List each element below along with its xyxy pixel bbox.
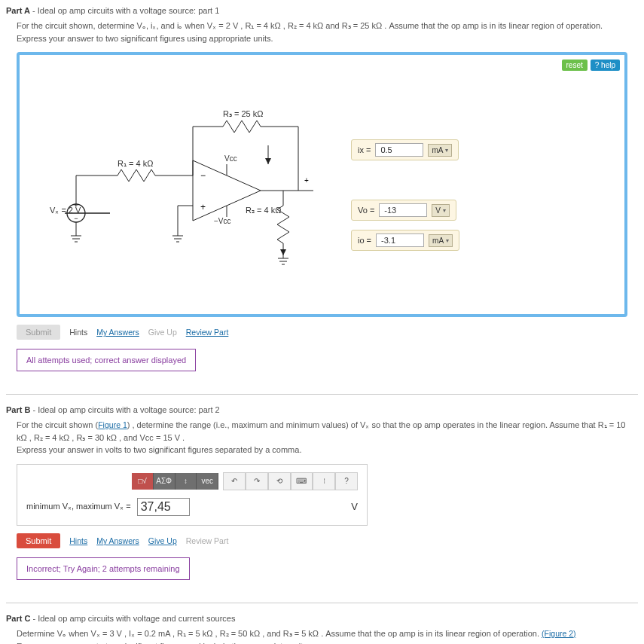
part-c-title: Part C bbox=[6, 614, 30, 623]
part-a-title: Part A bbox=[6, 6, 30, 15]
review-link-a[interactable]: Review Part bbox=[186, 328, 229, 337]
input-unit-b: V bbox=[351, 501, 358, 512]
tb-btn-b-9[interactable]: ? bbox=[335, 472, 358, 490]
part-c-subtitle: - Ideal op amp circuits with voltage and… bbox=[32, 614, 235, 623]
part-b-title: Part B bbox=[6, 405, 30, 414]
vo-unit[interactable]: V bbox=[432, 204, 450, 217]
status-b: Incorrect; Try Again; 2 attempts remaini… bbox=[17, 557, 190, 580]
ix-unit[interactable]: mA bbox=[428, 144, 452, 157]
svg-text:−: − bbox=[74, 215, 78, 222]
circuit-diagram: + − − + bbox=[42, 85, 328, 281]
part-c-header: Part C - Ideal op amp circuits with volt… bbox=[6, 614, 638, 623]
input-panel-b: □√ ΑΣΦ ↕ vec ↶ ↷ ⟲ ⌨ ⁝ ? minimum Vₓ, max… bbox=[17, 464, 368, 526]
part-a: Part A - Ideal op amp circuits with a vo… bbox=[6, 6, 638, 376]
part-b-actions: Submit Hints My Answers Give Up Review P… bbox=[17, 533, 627, 548]
vo-label: Vo = bbox=[358, 206, 374, 215]
toolbar-b: □√ ΑΣΦ ↕ vec ↶ ↷ ⟲ ⌨ ⁝ ? bbox=[132, 472, 358, 490]
label-r3: R₃ = 25 kΩ bbox=[223, 109, 264, 119]
submit-button-b[interactable]: Submit bbox=[17, 533, 60, 548]
help-button[interactable]: help bbox=[591, 60, 620, 71]
part-a-subtitle: - Ideal op amp circuits with a voltage s… bbox=[32, 6, 219, 15]
status-a: All attempts used; correct answer displa… bbox=[17, 349, 196, 371]
label-vx: Vₓ = 2 V bbox=[50, 206, 81, 215]
tb-btn-b-4[interactable]: ↶ bbox=[223, 472, 246, 490]
part-a-desc: For the circuit shown, determine Vₒ, iₓ,… bbox=[17, 20, 638, 32]
tb-btn-b-8[interactable]: ⁝ bbox=[313, 472, 335, 490]
ix-value[interactable]: 0.5 bbox=[375, 143, 423, 157]
part-a-header: Part A - Ideal op amp circuits with a vo… bbox=[6, 6, 638, 15]
tb-btn-b-3[interactable]: vec bbox=[197, 473, 218, 490]
io-unit[interactable]: mA bbox=[429, 234, 453, 247]
answer-vo: Vo = -13 V bbox=[351, 200, 456, 221]
tb-btn-b-6[interactable]: ⟲ bbox=[268, 472, 291, 490]
ix-label: ix = bbox=[358, 145, 371, 154]
svg-text:+: + bbox=[200, 202, 206, 212]
vo-value[interactable]: -13 bbox=[379, 203, 427, 217]
input-value-b[interactable]: 37,45 bbox=[137, 498, 190, 516]
svg-text:−: − bbox=[200, 170, 206, 181]
tb-btn-b-7[interactable]: ⌨ bbox=[291, 472, 313, 490]
submit-button-a: Submit bbox=[17, 325, 60, 340]
my-answers-link-b[interactable]: My Answers bbox=[96, 536, 139, 545]
my-answers-link-a[interactable]: My Answers bbox=[96, 328, 139, 337]
part-b: Part B - Ideal op amp circuits with a vo… bbox=[6, 405, 638, 584]
desc-pre-b: For the circuit shown ( bbox=[17, 420, 98, 429]
answer-io: io = -3.1 mA bbox=[351, 230, 459, 251]
part-b-instruction: Express your answer in volts to two sign… bbox=[17, 444, 638, 456]
circuit-canvas: reset help + − bbox=[17, 52, 627, 317]
part-c: Part C - Ideal op amp circuits with volt… bbox=[6, 614, 638, 644]
part-b-header: Part B - Ideal op amp circuits with a vo… bbox=[6, 405, 638, 414]
answer-ix: ix = 0.5 mA bbox=[351, 139, 459, 160]
io-label: io = bbox=[358, 236, 371, 245]
giveup-link-b[interactable]: Give Up bbox=[148, 536, 177, 545]
io-value[interactable]: -3.1 bbox=[376, 233, 424, 247]
input-label-b: minimum Vₓ, maximum Vₓ = bbox=[26, 502, 131, 511]
tb-btn-b-0[interactable]: □√ bbox=[132, 473, 154, 490]
svg-text:+: + bbox=[304, 176, 309, 185]
review-link-b: Review Part bbox=[186, 536, 229, 545]
figure1-link[interactable]: Figure 1 bbox=[98, 420, 127, 429]
hints-link-a[interactable]: Hints bbox=[69, 328, 87, 337]
part-c-instruction: Express your answer to two significant f… bbox=[17, 640, 638, 645]
label-r1: R₁ = 4 kΩ bbox=[118, 159, 153, 169]
svg-marker-32 bbox=[265, 158, 271, 164]
part-c-desc: Determine Vₒ when Vₓ = 3 V , Iₓ = 0.2 mA… bbox=[17, 627, 638, 640]
svg-marker-34 bbox=[280, 249, 286, 255]
hints-link-b[interactable]: Hints bbox=[69, 536, 87, 545]
giveup-link-a: Give Up bbox=[148, 328, 177, 337]
reset-button[interactable]: reset bbox=[562, 60, 588, 71]
label-nvcc: −Vcc bbox=[214, 217, 231, 225]
label-vcc: Vcc bbox=[224, 154, 237, 163]
label-r2: R₂ = 4 kΩ bbox=[246, 206, 281, 215]
desc-c: Determine Vₒ when Vₓ = 3 V , Iₓ = 0.2 mA… bbox=[17, 629, 539, 638]
tb-btn-b-2[interactable]: ↕ bbox=[175, 473, 197, 490]
part-b-subtitle: - Ideal op amp circuits with a voltage s… bbox=[32, 405, 219, 414]
figure2-link[interactable]: (Figure 2) bbox=[542, 629, 576, 638]
tb-btn-b-5[interactable]: ↷ bbox=[246, 472, 268, 490]
part-b-desc: For the circuit shown (Figure 1) , deter… bbox=[17, 419, 638, 444]
tb-btn-b-1[interactable]: ΑΣΦ bbox=[154, 473, 175, 490]
part-a-instruction: Express your answer to two significant f… bbox=[17, 32, 638, 45]
part-a-actions: Submit Hints My Answers Give Up Review P… bbox=[17, 325, 627, 340]
